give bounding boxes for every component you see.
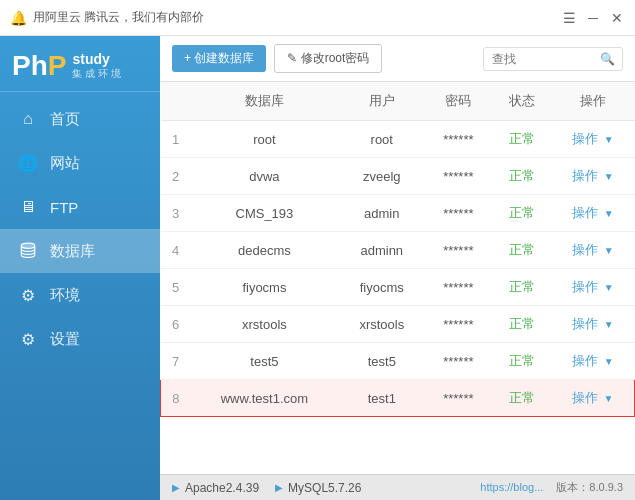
action-dropdown-icon[interactable]: ▼ (604, 208, 614, 219)
action-button[interactable]: 操作 (572, 316, 598, 331)
cell-user: root (338, 121, 425, 158)
cell-status: 正常 (491, 121, 551, 158)
modify-root-password-button[interactable]: ✎ 修改root密码 (274, 44, 382, 73)
version-info: 版本：8.0.9.3 (556, 481, 623, 493)
cell-password: ****** (425, 158, 491, 195)
close-button[interactable]: ✕ (609, 10, 625, 26)
logo-php: PhP (12, 52, 66, 80)
mysql-service[interactable]: ▶ MySQL5.7.26 (275, 481, 361, 495)
cell-action[interactable]: 操作 ▼ (552, 269, 635, 306)
cell-action[interactable]: 操作 ▼ (552, 306, 635, 343)
env-icon: ⚙ (16, 283, 40, 307)
cell-status: 正常 (491, 380, 551, 417)
action-button[interactable]: 操作 (572, 390, 598, 405)
app-container: 🔔 用阿里云 腾讯云，我们有内部价 ☰ ─ ✕ PhP study 集 成 环 … (0, 0, 635, 500)
sidebar-item-database[interactable]: 数据库 (0, 229, 160, 273)
database-icon (16, 239, 40, 263)
cell-action[interactable]: 操作 ▼ (552, 121, 635, 158)
sidebar-item-label-ftp: FTP (50, 199, 78, 216)
action-dropdown-icon[interactable]: ▼ (604, 134, 614, 145)
cell-status: 正常 (491, 158, 551, 195)
apache-label: Apache2.4.39 (185, 481, 259, 495)
cell-user: fiyocms (338, 269, 425, 306)
cell-num: 6 (161, 306, 191, 343)
nav-items: ⌂ 首页 🌐 网站 🖥 FTP (0, 92, 160, 500)
action-button[interactable]: 操作 (572, 242, 598, 257)
create-database-button[interactable]: + 创建数据库 (172, 45, 266, 72)
footer: ▶ Apache2.4.39 ▶ MySQL5.7.26 https://blo… (160, 474, 635, 500)
cell-status: 正常 (491, 306, 551, 343)
logo-study: study 集 成 环 境 (72, 51, 120, 81)
action-dropdown-icon[interactable]: ▼ (604, 393, 614, 404)
sidebar-item-website[interactable]: 🌐 网站 (0, 141, 160, 185)
cell-database: xrstools (191, 306, 339, 343)
cell-database: dedecms (191, 232, 339, 269)
action-button[interactable]: 操作 (572, 279, 598, 294)
sidebar-item-ftp[interactable]: 🖥 FTP (0, 185, 160, 229)
cell-num: 4 (161, 232, 191, 269)
sidebar-item-label-settings: 设置 (50, 330, 80, 349)
sidebar-item-env[interactable]: ⚙ 环境 (0, 273, 160, 317)
cell-num: 7 (161, 343, 191, 380)
cell-action[interactable]: 操作 ▼ (552, 343, 635, 380)
cell-database: test5 (191, 343, 339, 380)
cell-action[interactable]: 操作 ▼ (552, 380, 635, 417)
table-row: 1 root root ****** 正常 操作 ▼ (161, 121, 635, 158)
table-row: 2 dvwa zveelg ****** 正常 操作 ▼ (161, 158, 635, 195)
col-action: 操作 (552, 82, 635, 121)
cell-database: dvwa (191, 158, 339, 195)
svg-point-0 (21, 243, 35, 248)
action-dropdown-icon[interactable]: ▼ (604, 245, 614, 256)
sidebar-item-label-database: 数据库 (50, 242, 95, 261)
table-row: 7 test5 test5 ****** 正常 操作 ▼ (161, 343, 635, 380)
cell-status: 正常 (491, 343, 551, 380)
sidebar-item-label-env: 环境 (50, 286, 80, 305)
cell-password: ****** (425, 343, 491, 380)
cell-user: zveelg (338, 158, 425, 195)
table-body: 1 root root ****** 正常 操作 ▼ 2 dvwa zveelg… (161, 121, 635, 417)
cell-database: root (191, 121, 339, 158)
cell-num: 5 (161, 269, 191, 306)
cell-password: ****** (425, 121, 491, 158)
table-row: 6 xrstools xrstools ****** 正常 操作 ▼ (161, 306, 635, 343)
cell-user: xrstools (338, 306, 425, 343)
table-header-row: 数据库 用户 密码 状态 操作 (161, 82, 635, 121)
cell-action[interactable]: 操作 ▼ (552, 158, 635, 195)
action-dropdown-icon[interactable]: ▼ (604, 171, 614, 182)
minimize-button[interactable]: ─ (585, 10, 601, 26)
menu-button[interactable]: ☰ (561, 10, 577, 26)
cell-status: 正常 (491, 269, 551, 306)
action-button[interactable]: 操作 (572, 205, 598, 220)
action-button[interactable]: 操作 (572, 353, 598, 368)
cell-database: fiyocms (191, 269, 339, 306)
action-button[interactable]: 操作 (572, 168, 598, 183)
title-bar: 🔔 用阿里云 腾讯云，我们有内部价 ☰ ─ ✕ (0, 0, 635, 36)
cell-status: 正常 (491, 195, 551, 232)
search-icon: 🔍 (600, 52, 615, 66)
globe-icon: 🌐 (16, 151, 40, 175)
sidebar-item-label-website: 网站 (50, 154, 80, 173)
title-bar-message: 用阿里云 腾讯云，我们有内部价 (33, 9, 561, 26)
apache-service[interactable]: ▶ Apache2.4.39 (172, 481, 259, 495)
sidebar: PhP study 集 成 环 境 ⌂ 首页 🌐 网站 🖥 FTP (0, 36, 160, 500)
cell-action[interactable]: 操作 ▼ (552, 195, 635, 232)
table-row: 5 fiyocms fiyocms ****** 正常 操作 ▼ (161, 269, 635, 306)
footer-link[interactable]: https://blog... (480, 481, 543, 493)
action-dropdown-icon[interactable]: ▼ (604, 319, 614, 330)
cell-database: www.test1.com (191, 380, 339, 417)
computer-icon: 🖥 (16, 195, 40, 219)
footer-right: https://blog... 版本：8.0.9.3 (480, 480, 623, 495)
cell-action[interactable]: 操作 ▼ (552, 232, 635, 269)
action-dropdown-icon[interactable]: ▼ (604, 356, 614, 367)
cell-database: CMS_193 (191, 195, 339, 232)
sidebar-item-home[interactable]: ⌂ 首页 (0, 97, 160, 141)
cell-password: ****** (425, 195, 491, 232)
action-button[interactable]: 操作 (572, 131, 598, 146)
sidebar-item-settings[interactable]: ⚙ 设置 (0, 317, 160, 361)
logo-subtitle: 集 成 环 境 (72, 67, 120, 81)
action-dropdown-icon[interactable]: ▼ (604, 282, 614, 293)
col-user: 用户 (338, 82, 425, 121)
content-area: + 创建数据库 ✎ 修改root密码 🔍 数据库 用户 密码 (160, 36, 635, 500)
title-bar-controls: ☰ ─ ✕ (561, 10, 625, 26)
apache-play-icon: ▶ (172, 482, 180, 493)
